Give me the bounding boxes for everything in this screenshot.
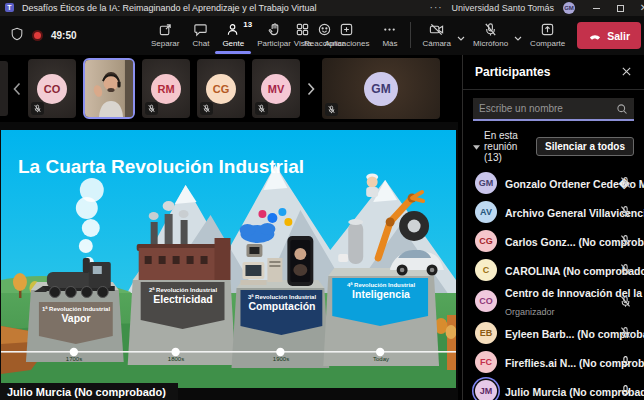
recording-indicator-icon <box>32 30 43 41</box>
pinned-participant-tile[interactable]: GM <box>322 58 440 119</box>
aplicaciones-button[interactable]: Aplicaciones <box>319 19 374 50</box>
comparte-button[interactable]: Comparte <box>525 19 570 50</box>
people-icon <box>226 22 241 37</box>
mic-muted-icon[interactable] <box>619 263 632 276</box>
toolbar-divider <box>410 22 411 48</box>
popout-icon <box>158 22 173 37</box>
revolution-4-label: 4ª Revolución Industrial Inteligencia <box>347 282 415 300</box>
avatar: FC <box>475 351 497 373</box>
microfono-button[interactable]: Micrófono <box>468 19 513 50</box>
mic-muted-icon[interactable] <box>619 295 632 308</box>
avatar: EB <box>475 322 497 344</box>
speaker-video <box>85 60 133 117</box>
mic-muted-icon[interactable] <box>619 326 632 339</box>
participant-tile[interactable]: MV <box>252 59 300 118</box>
mute-all-button[interactable]: Silenciar a todos <box>536 137 634 156</box>
slide-title: La Cuarta Revolución Industrial <box>18 156 304 178</box>
screen-share-stage[interactable]: La Cuarta Revolución Industrial 1ª Revol… <box>0 122 458 400</box>
participant-row[interactable]: GM Gonzalo Ordener Cede�o Me... <box>463 168 644 197</box>
mic-on-icon[interactable] <box>619 355 632 368</box>
mic-muted-icon[interactable] <box>619 234 632 247</box>
avatar: JM <box>475 380 497 400</box>
avatar: RM <box>151 74 181 104</box>
mic-dropdown-chevron-icon[interactable] <box>514 27 522 45</box>
camara-button[interactable]: Cámara <box>418 19 456 50</box>
revolution-3-label: 3ª Revolución Industrial Computación <box>248 294 316 312</box>
minimize-button[interactable] <box>584 0 608 16</box>
mic-muted-icon[interactable] <box>619 205 632 218</box>
revolution-1-label: 1ª Revolución Industrial Vapor <box>42 306 110 324</box>
apps-plus-icon <box>339 22 354 37</box>
participant-row[interactable]: C CAROLINA (No comprobado) <box>463 255 644 284</box>
mas-button[interactable]: Más <box>377 19 402 50</box>
avatar: CO <box>475 290 497 312</box>
svg-text:T: T <box>7 4 12 11</box>
participant-tile[interactable]: RM <box>142 59 190 118</box>
meeting-toolbar: 49:50 Separar Chat 13 Gente Participar <box>0 16 644 55</box>
timeline-label-1800s: 1800s <box>168 356 184 362</box>
video-filmstrip: CO RM CG MV <box>0 55 458 122</box>
separar-button[interactable]: Separar <box>146 19 184 50</box>
avatar: C <box>475 259 497 281</box>
panel-title: Participantes <box>475 65 550 79</box>
avatar: GM <box>364 72 398 106</box>
mic-on-icon[interactable] <box>619 384 632 397</box>
participant-row[interactable]: JM Julio Murcia (No comprobado) <box>463 376 644 400</box>
panel-close-icon[interactable] <box>621 63 632 81</box>
revolution-2-label: 2ª Revolución Industrial Electricidad <box>149 287 217 305</box>
participant-row[interactable]: FC Fireflies.ai N... (No comprobado) <box>463 347 644 376</box>
filmstrip-prev-button[interactable] <box>13 82 21 96</box>
tile-edge-sliver <box>0 61 8 116</box>
participant-row[interactable]: AV Archivo General Villavicencio <box>463 197 644 226</box>
chat-icon <box>193 22 208 37</box>
chevron-down-icon <box>473 141 480 152</box>
presenter-name-label: Julio Murcia (No comprobado) <box>0 383 178 400</box>
teams-meeting-window: T Desafíos Éticos de la IA: Reimaginando… <box>0 0 644 400</box>
participant-row[interactable]: EB Eyleen Barb... (No comprobado) <box>463 318 644 347</box>
timeline-label-today: Today <box>373 356 389 362</box>
share-screen-icon <box>540 22 555 37</box>
avatar: GM <box>475 172 497 194</box>
participants-panel: Participantes En esta reunión (13) Silen… <box>462 55 644 400</box>
mic-muted-icon[interactable] <box>619 176 632 189</box>
timeline-label-1700s: 1700s <box>66 356 82 362</box>
mic-muted-icon <box>31 102 44 115</box>
teams-logo-icon: T <box>5 0 16 17</box>
mic-muted-icon <box>325 103 338 116</box>
gente-button[interactable]: 13 Gente <box>217 19 249 50</box>
account-avatar[interactable]: GM <box>563 2 575 14</box>
mic-off-icon <box>483 22 498 37</box>
timeline-label-1900s: 1900s <box>273 356 289 362</box>
filmstrip-next-button[interactable] <box>307 82 315 96</box>
panel-divider <box>463 89 644 90</box>
camera-off-icon <box>429 22 444 37</box>
camera-dropdown-chevron-icon[interactable] <box>457 27 465 45</box>
search-input[interactable] <box>473 103 616 114</box>
mic-muted-icon <box>145 102 158 115</box>
chat-button[interactable]: Chat <box>187 19 214 50</box>
participant-tile[interactable]: CO <box>28 59 76 118</box>
participant-role: Organizador <box>505 307 555 317</box>
titlebar-more-icon[interactable]: ··· <box>430 4 443 12</box>
close-button[interactable]: ✕ <box>632 0 644 16</box>
section-toggle[interactable]: En esta reunión (13) <box>473 130 536 163</box>
avatar: AV <box>475 201 497 223</box>
meeting-timer: 49:50 <box>51 30 77 41</box>
participant-tile[interactable]: CG <box>197 59 245 118</box>
window-title: Desafíos Éticos de la IA: Reimaginando e… <box>22 3 317 13</box>
participant-row[interactable]: CO Centro de Innovación del la O... Orga… <box>463 284 644 318</box>
org-name: Universidad Santo Tomás <box>452 3 554 13</box>
vista-button[interactable]: Vista <box>289 19 317 50</box>
avatar: MV <box>261 74 291 104</box>
maximize-button[interactable] <box>608 0 632 16</box>
titlebar: T Desafíos Éticos de la IA: Reimaginando… <box>0 0 644 16</box>
participant-count-badge: 13 <box>243 20 252 29</box>
active-speaker-video-tile[interactable] <box>83 58 135 119</box>
salir-button[interactable]: Salir <box>577 22 641 49</box>
shield-icon <box>10 27 24 45</box>
search-icon <box>616 103 628 115</box>
participant-search[interactable] <box>473 98 634 121</box>
participant-row[interactable]: CG Carlos Gonz... (No comprobado) <box>463 226 644 255</box>
mic-muted-icon <box>255 102 268 115</box>
avatar: CG <box>206 74 236 104</box>
